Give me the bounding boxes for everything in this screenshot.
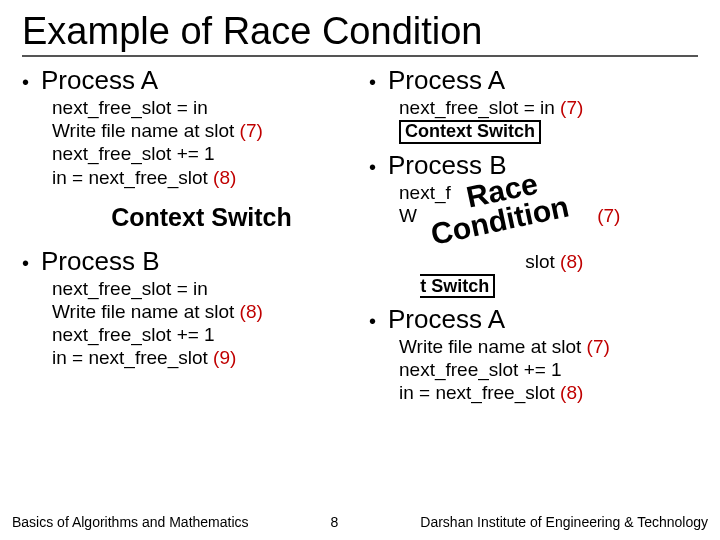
heading-text: Process A xyxy=(41,65,158,96)
code-line: Context Switch xyxy=(399,119,698,144)
bullet-heading: • Process A xyxy=(369,65,698,96)
bullet-dot: • xyxy=(22,72,29,92)
code-line: next_free_slot = in (7) xyxy=(399,96,698,119)
bullet-heading: • Process B xyxy=(22,246,351,277)
slot-number: (7) xyxy=(560,97,583,118)
slot-number: (8) xyxy=(560,382,583,403)
right-process-a-bottom: • Process A Write file name at slot (7) … xyxy=(369,304,698,405)
code-line: Write file name at slot (7) xyxy=(52,119,351,142)
slot-number: (7) xyxy=(240,120,263,141)
code-line: in = next_free_slot (8) xyxy=(52,166,351,189)
code-body: Write file name at slot (7) next_free_sl… xyxy=(399,335,698,405)
slot-number: (8) xyxy=(213,167,236,188)
slot-number: (8) xyxy=(560,251,583,272)
bullet-dot: • xyxy=(369,157,376,177)
content-columns: • Process A next_free_slot = in Write fi… xyxy=(22,65,698,410)
slide-title: Example of Race Condition xyxy=(22,10,698,57)
code-body: next_f Write file name at slot t (7) nex… xyxy=(399,181,698,298)
code-line: next_free_slot += 1 xyxy=(399,358,698,381)
footer-left: Basics of Algorithms and Mathematics xyxy=(12,514,249,530)
slot-number: (8) xyxy=(240,301,263,322)
code-line: next_free_slot += 1 xyxy=(52,142,351,165)
code-line: in = next_free_slot (9) xyxy=(52,346,351,369)
right-process-b: • Process B next_f Write file name at sl… xyxy=(369,150,698,298)
code-body: next_free_slot = in Write file name at s… xyxy=(52,96,351,189)
heading-text: Process A xyxy=(388,65,505,96)
context-switch-box-partial: t Switch xyxy=(420,274,495,298)
right-process-a-top: • Process A next_free_slot = in (7) Cont… xyxy=(369,65,698,144)
heading-text: Process B xyxy=(41,246,160,277)
footer-page-number: 8 xyxy=(249,514,421,530)
code-line-partial: Write file name at slot t (7) xyxy=(399,204,698,227)
bullet-heading: • Process A xyxy=(369,304,698,335)
code-body: next_free_slot = in Write file name at s… xyxy=(52,277,351,370)
bullet-dot: • xyxy=(369,311,376,331)
footer: Basics of Algorithms and Mathematics 8 D… xyxy=(0,514,720,530)
heading-text: Process B xyxy=(388,150,507,181)
left-process-b: • Process B next_free_slot = in Write fi… xyxy=(22,246,351,370)
code-line: Write file name at slot (8) xyxy=(52,300,351,323)
bullet-heading: • Process A xyxy=(22,65,351,96)
slot-number: (7) xyxy=(587,336,610,357)
code-line-partial: next_f xyxy=(399,181,698,204)
bullet-dot: • xyxy=(369,72,376,92)
left-process-a: • Process A next_free_slot = in Write fi… xyxy=(22,65,351,189)
code-line-partial: in = next_free_slot (8) xyxy=(399,250,698,273)
code-body: next_free_slot = in (7) Context Switch xyxy=(399,96,698,144)
code-line: Write file name at slot (7) xyxy=(399,335,698,358)
context-switch-box: Context Switch xyxy=(399,120,541,144)
left-column: • Process A next_free_slot = in Write fi… xyxy=(22,65,351,410)
right-column: • Process A next_free_slot = in (7) Cont… xyxy=(369,65,698,410)
context-switch-label: Context Switch xyxy=(52,203,351,232)
bullet-dot: • xyxy=(22,253,29,273)
code-line: next_free_slot = in xyxy=(52,96,351,119)
code-line: aat Switch xyxy=(399,274,698,298)
heading-text: Process A xyxy=(388,304,505,335)
code-line: in = next_free_slot (8) xyxy=(399,381,698,404)
slot-number: (7) xyxy=(597,205,620,226)
bullet-heading: • Process B xyxy=(369,150,698,181)
slide: Example of Race Condition • Process A ne… xyxy=(0,0,720,540)
slot-number: (9) xyxy=(213,347,236,368)
footer-right: Darshan Institute of Engineering & Techn… xyxy=(420,514,708,530)
code-line: next_free_slot += 1 xyxy=(52,323,351,346)
code-line: next_free_slot = in xyxy=(52,277,351,300)
